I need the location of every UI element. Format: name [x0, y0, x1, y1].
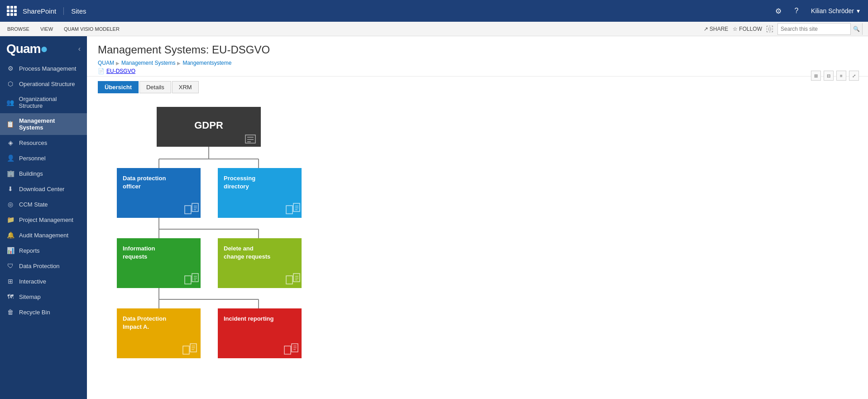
- breadcrumb-level2[interactable]: Management Systems: [121, 60, 175, 66]
- sidebar-item-label: Management Systems: [19, 117, 81, 131]
- download-center-icon: ⬇: [6, 185, 14, 192]
- ribbon-browse[interactable]: BROWSE: [5, 26, 31, 32]
- sidebar-item-process-management[interactable]: ⚙ Process Management: [0, 61, 87, 76]
- resources-icon: ◈: [6, 139, 14, 146]
- recycle-bin-icon: 🗑: [6, 308, 14, 316]
- page-title: Management Systems: EU-DSGVO: [98, 43, 857, 56]
- delete-label-2: change requests: [224, 253, 270, 260]
- sidebar-item-audit-management[interactable]: 🔔 Audit Management: [0, 227, 87, 243]
- sidebar-item-management-systems[interactable]: 📋 Management Systems: [0, 113, 87, 135]
- operational-structure-icon: ⬡: [6, 80, 14, 87]
- sidebar-item-sitemap[interactable]: 🗺 Sitemap: [0, 289, 87, 304]
- sidebar-item-operational-structure[interactable]: ⬡ Operational Structure: [0, 76, 87, 91]
- dpia-label-2: Impact A.: [123, 323, 149, 330]
- interactive-icon: ⊞: [6, 278, 14, 285]
- sidebar-item-reports[interactable]: 📊 Reports: [0, 243, 87, 258]
- waffle-menu[interactable]: [5, 4, 19, 18]
- breadcrumb-current: 📄 EU-DSGVO: [98, 68, 857, 74]
- sidebar-item-recycle-bin[interactable]: 🗑 Recycle Bin: [0, 304, 87, 320]
- sidebar-collapse-button[interactable]: ‹: [78, 45, 81, 53]
- proc-label-1: Processing: [224, 175, 255, 182]
- sidebar-item-personnel[interactable]: 👤 Personnel: [0, 150, 87, 166]
- breadcrumb-sep-2: ▶: [177, 61, 181, 66]
- main-layout: Quam● ‹ ⚙ Process Management ⬡ Operation…: [0, 36, 868, 399]
- dpo-label-1: Data protection: [123, 175, 166, 182]
- sidebar: Quam● ‹ ⚙ Process Management ⬡ Operation…: [0, 36, 87, 399]
- tab-xrm[interactable]: XRM: [172, 81, 199, 93]
- sidebar-item-project-management[interactable]: 📁 Project Management: [0, 212, 87, 227]
- sidebar-item-buildings[interactable]: 🏢 Buildings: [0, 166, 87, 181]
- follow-button[interactable]: ☆ FOLLOW: [733, 26, 762, 32]
- waffle-icon: [7, 6, 17, 16]
- content-header: Management Systems: EU-DSGVO QUAM ▶ Mana…: [87, 36, 868, 77]
- info-doc2: [192, 274, 198, 282]
- personnel-icon: 👤: [6, 154, 14, 162]
- info-label-2: requests: [123, 253, 147, 260]
- diagram-area: GDPR Data protection officer: [87, 93, 868, 376]
- sidebar-item-label: Buildings: [19, 170, 43, 177]
- process-management-icon: ⚙: [6, 65, 14, 72]
- diagram-layout-icons: ⊞ ⊟ ≡ ⤢: [811, 71, 859, 81]
- gdpr-label: GDPR: [194, 120, 223, 131]
- sidebar-item-label: Personnel: [19, 155, 46, 162]
- brand-name: SharePoint: [23, 7, 64, 15]
- sidebar-item-label: Recycle Bin: [19, 309, 50, 316]
- breadcrumb-current-link[interactable]: EU-DSGVO: [106, 68, 135, 74]
- ribbon-quam-visio[interactable]: QUAM VISIO MODELER: [62, 26, 121, 32]
- sidebar-item-label: Organizational Structure: [19, 96, 81, 109]
- sidebar-item-resources[interactable]: ◈ Resources: [0, 135, 87, 150]
- tab-ubersicht[interactable]: Übersicht: [98, 81, 139, 93]
- user-menu[interactable]: Kilian Schröder ▾: [807, 5, 863, 16]
- sidebar-item-ccm-state[interactable]: ◎ CCM State: [0, 197, 87, 212]
- sidebar-item-data-protection[interactable]: 🛡 Data Protection: [0, 258, 87, 274]
- breadcrumb-root[interactable]: QUAM: [98, 60, 114, 66]
- ribbon-view[interactable]: VIEW: [38, 26, 55, 32]
- dpo-label-2: officer: [123, 183, 141, 190]
- management-systems-icon: 📋: [6, 120, 14, 128]
- sidebar-item-label: Reports: [19, 247, 40, 254]
- page-icon[interactable]: □: [767, 26, 773, 32]
- dpia-label-1: Data Protection: [123, 315, 166, 322]
- logo-text: Quam●: [6, 42, 48, 56]
- current-page-icon: 📄: [98, 68, 105, 74]
- user-chevron-icon: ▾: [857, 7, 860, 14]
- sidebar-nav: ⚙ Process Management ⬡ Operational Struc…: [0, 59, 87, 399]
- sidebar-item-download-center[interactable]: ⬇ Download Center: [0, 181, 87, 197]
- info-label-1: Information: [123, 245, 155, 252]
- layout-icon-3[interactable]: ≡: [836, 71, 846, 81]
- layout-icon-1[interactable]: ⊞: [811, 71, 821, 81]
- search-bar: 🔍: [777, 23, 863, 35]
- ccm-state-icon: ◎: [6, 201, 14, 208]
- sidebar-item-organizational-structure[interactable]: 👥 Organizational Structure: [0, 91, 87, 113]
- sidebar-logo-area: Quam● ‹: [0, 36, 87, 59]
- user-name: Kilian Schröder: [811, 7, 854, 14]
- top-bar-actions: ⚙ ? Kilian Schröder ▾: [771, 4, 863, 18]
- tab-details[interactable]: Details: [139, 81, 171, 93]
- share-icon: ↗: [704, 26, 708, 32]
- follow-label: FOLLOW: [739, 26, 762, 32]
- content-area: ⊞ ⊟ ≡ ⤢ Management Systems: EU-DSGVO QUA…: [87, 36, 868, 399]
- search-input[interactable]: [778, 26, 850, 32]
- delete-doc2: [293, 274, 300, 282]
- organizational-structure-icon: 👥: [6, 99, 14, 106]
- layout-icon-4[interactable]: ⤢: [849, 71, 859, 81]
- share-button[interactable]: ↗ SHARE: [704, 26, 728, 32]
- sites-label[interactable]: Sites: [71, 7, 86, 15]
- breadcrumb-level3[interactable]: Mangementsysteme: [182, 60, 231, 66]
- buildings-icon: 🏢: [6, 170, 14, 177]
- proc-doc2: [293, 203, 300, 212]
- sidebar-item-label: Sitemap: [19, 293, 41, 300]
- layout-icon-2[interactable]: ⊟: [824, 71, 834, 81]
- star-icon: ☆: [733, 26, 738, 32]
- help-button[interactable]: ?: [789, 4, 804, 18]
- sidebar-item-label: Project Management: [19, 216, 73, 223]
- sidebar-item-label: Operational Structure: [19, 81, 75, 87]
- sidebar-item-label: Audit Management: [19, 232, 68, 239]
- sidebar-item-interactive[interactable]: ⊞ Interactive: [0, 274, 87, 289]
- tabs-row: Übersicht Details XRM: [87, 77, 868, 93]
- breadcrumb-sep-1: ▶: [116, 61, 120, 66]
- sidebar-item-label: Data Protection: [19, 263, 60, 269]
- diagram-svg: GDPR Data protection officer: [98, 102, 333, 365]
- settings-button[interactable]: ⚙: [771, 4, 786, 18]
- search-button[interactable]: 🔍: [850, 23, 862, 35]
